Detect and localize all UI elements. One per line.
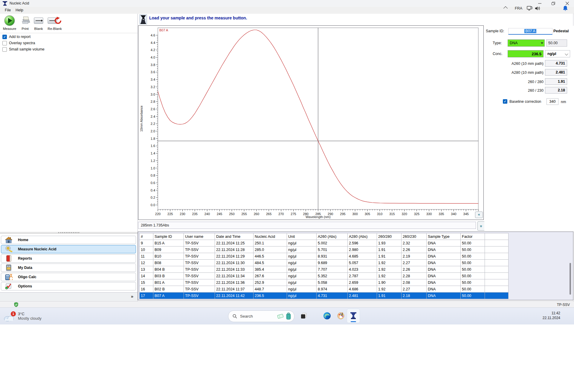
table-cell [485, 293, 509, 299]
svg-text:345: 345 [463, 212, 469, 216]
x-axis-label: Wavelength (nm) [306, 215, 330, 219]
factor-field[interactable]: 50.00 [546, 39, 567, 47]
table-cell: TP-SSV [184, 273, 215, 279]
sidebar-home-label: Home [18, 238, 28, 242]
sidebar-my-data-label: My Data [18, 266, 32, 270]
type-select[interactable]: DNA [508, 39, 545, 47]
volume-button[interactable] [535, 0, 541, 17]
measure-button[interactable]: Measure [1, 15, 18, 30]
table-cell: 1.92 [377, 273, 402, 279]
column-header[interactable] [485, 233, 509, 240]
options-icon [5, 283, 13, 290]
table-row[interactable]: 12B08TP-SSV22.11.2024 11:30484.5ng/µl9.6… [140, 260, 509, 266]
sample-id-input[interactable]: B07 A [508, 28, 552, 35]
column-header[interactable]: Nucleic Acid [254, 233, 287, 240]
search-box[interactable]: Search [228, 310, 294, 322]
table-row[interactable]: 11B10TP-SSV22.11.2024 11:29446.5ng/µl8.9… [140, 253, 509, 260]
results-scrollbar[interactable] [570, 263, 571, 295]
table-cell: TP-SSV [184, 260, 215, 266]
app-statusbar: TP-SSV [0, 301, 574, 308]
column-header[interactable]: Sample Type [427, 233, 461, 240]
column-header[interactable]: Sample ID [153, 233, 184, 240]
column-header[interactable]: 260/280 [377, 233, 402, 240]
table-row[interactable]: 10B09TP-SSV22.11.2024 11:28285.0ng/µl5.7… [140, 246, 509, 253]
menu-help[interactable]: Help [14, 8, 25, 13]
weather-widget[interactable]: 1 3°C Mostly cloudy [3, 308, 42, 324]
notification-badge: 1 [11, 311, 16, 316]
table-row[interactable]: 14B03 BTP-SSV22.11.2024 11:34267.6ng/µl5… [140, 273, 509, 279]
sidebar-item-measure-nucleic-acid[interactable]: Measure Nucleic Acid [1, 245, 136, 253]
column-header[interactable]: 260/230 [402, 233, 427, 240]
table-cell: TP-SSV [184, 293, 215, 299]
notification-center-button[interactable] [563, 0, 568, 17]
spectrum-chart[interactable]: 2202252302352402452502552602652702752802… [138, 25, 484, 220]
svg-text:4.4: 4.4 [151, 41, 155, 45]
nucleic-acid-app-button[interactable] [347, 309, 360, 323]
sidebar-expand-button[interactable]: » [131, 294, 133, 299]
blank-button[interactable]: Blank [32, 15, 45, 30]
table-cell: 22.11.2024 11:37 [215, 286, 254, 293]
svg-text:2.0: 2.0 [151, 129, 155, 133]
svg-text:295: 295 [340, 212, 345, 216]
table-row[interactable]: 15B01 ATP-SSV22.11.2024 11:36252.9ng/µl5… [140, 279, 509, 286]
spectrum-plot[interactable]: 2202252302352402452502552602652702752802… [138, 26, 483, 220]
table-cell [485, 266, 509, 273]
network-icon [527, 6, 533, 11]
column-header[interactable]: A280 (Abs) [348, 233, 377, 240]
splitter-grip-icon [58, 232, 79, 233]
table-cell: DNA [427, 253, 461, 260]
table-cell: 5.058 [317, 279, 348, 286]
table-row[interactable]: 13B04 BTP-SSV22.11.2024 11:33385.4ng/µl7… [140, 266, 509, 273]
reblank-button[interactable]: Re-Blank [45, 15, 64, 30]
sidebar-item-my-data[interactable]: My Data [1, 264, 136, 272]
column-header[interactable]: Unit [287, 233, 317, 240]
chart-collapse-button[interactable]: « [475, 212, 483, 218]
checkbox-checked-icon: ✓ [503, 99, 507, 104]
tray-expand-button[interactable] [504, 0, 507, 17]
clock[interactable]: 11:42 22.11.2024 [543, 311, 560, 320]
unit-select[interactable]: ng/µl [545, 50, 570, 57]
column-header[interactable]: # [140, 233, 153, 240]
app-icon [2, 1, 7, 6]
table-cell: DNA [427, 246, 461, 253]
table-cell: 267.6 [254, 273, 287, 279]
column-header[interactable]: Date and Time [215, 233, 254, 240]
panel-splitter[interactable] [0, 232, 138, 234]
column-header[interactable]: Factor [461, 233, 485, 240]
small-sample-volume-checkbox[interactable]: Small sample volume [2, 47, 45, 52]
window-titlebar: Nucleic Acid [0, 0, 574, 7]
sidebar-item-home[interactable]: Home [1, 236, 136, 244]
table-expand-button[interactable]: » [477, 221, 485, 231]
svg-text:0.6: 0.6 [151, 181, 155, 185]
paint-app-button[interactable] [334, 309, 347, 323]
table-row[interactable]: 17B07 ATP-SSV22.11.2024 11:42236.5ng/µl4… [140, 293, 509, 299]
measure-label: Measure [1, 27, 18, 30]
table-row[interactable]: 9B15 ATP-SSV22.11.2024 11:25250.1ng/µl5.… [140, 240, 509, 246]
sidebar-item-oligo-calc[interactable]: Oligo Calc [1, 273, 136, 281]
menu-file[interactable]: File [3, 8, 13, 13]
edge-browser-button[interactable] [320, 309, 334, 323]
svg-text:325: 325 [414, 212, 419, 216]
table-cell: B01 A [153, 279, 184, 286]
sidebar-item-reports[interactable]: Reports [1, 254, 136, 263]
column-header[interactable]: User name [184, 233, 215, 240]
table-row[interactable]: 16B02 BTP-SSV22.11.2024 11:37448.7ng/µl8… [140, 286, 509, 293]
sidebar-item-options[interactable]: Options [1, 282, 136, 290]
table-cell: ng/µl [287, 293, 317, 299]
task-view-button[interactable] [297, 309, 310, 323]
column-header[interactable]: A260 (Abs) [317, 233, 348, 240]
overlay-spectra-checkbox[interactable]: Overlay spectra [2, 40, 35, 46]
language-indicator[interactable]: FRA [515, 0, 522, 17]
restore-button[interactable] [546, 0, 560, 7]
baseline-correction-checkbox[interactable]: ✓ Baseline correction [503, 99, 541, 104]
add-to-report-checkbox[interactable]: ✓ Add to report [2, 34, 30, 39]
search-placeholder: Search [240, 314, 253, 318]
baseline-wavelength-field[interactable]: 340 [546, 98, 558, 105]
print-button[interactable]: Print [19, 15, 32, 30]
table-cell: 4.731 [317, 293, 348, 299]
table-cell: 50.00 [461, 293, 485, 299]
network-button[interactable] [527, 0, 533, 17]
table-cell: 2.32 [402, 240, 427, 246]
results-table[interactable]: #Sample IDUser nameDate and TimeNucleic … [139, 233, 509, 299]
table-cell: 1.91 [377, 253, 402, 260]
